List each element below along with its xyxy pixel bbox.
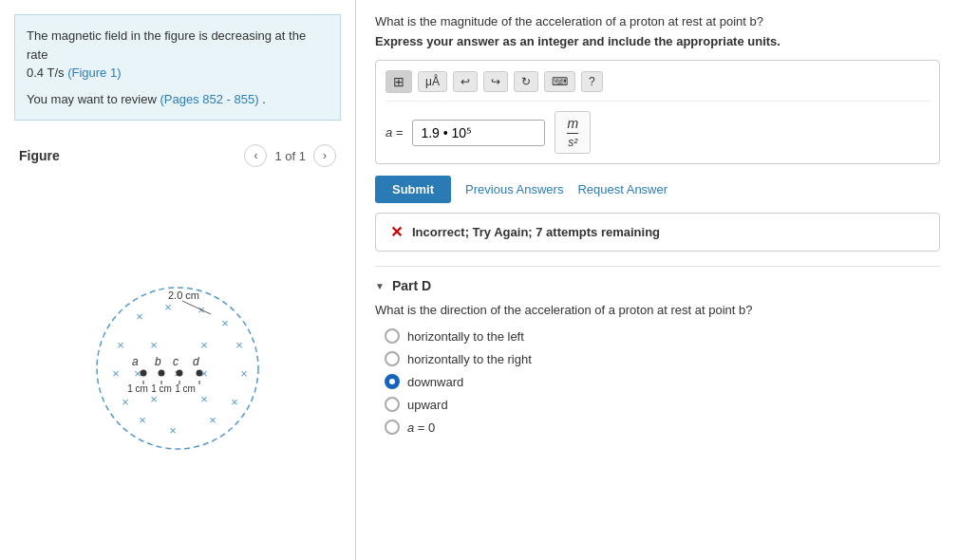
unit-numerator: m — [567, 116, 578, 134]
svg-point-21 — [177, 370, 183, 377]
svg-text:×: × — [235, 338, 243, 352]
figure-diagram: × × × × × × × × × × × × × a × b — [64, 259, 291, 468]
svg-text:×: × — [169, 423, 177, 438]
svg-text:×: × — [231, 395, 238, 409]
radio-option-5[interactable] — [385, 420, 400, 435]
svg-text:1 cm: 1 cm — [175, 383, 196, 394]
svg-text:×: × — [200, 366, 208, 381]
toolbar-units-button[interactable]: μÅ — [418, 71, 447, 92]
left-panel: The magnetic field in the figure is decr… — [0, 0, 356, 560]
list-item: downward — [385, 374, 940, 389]
question-c-line1: What is the magnitude of the acceleratio… — [375, 14, 940, 28]
radio-group: horizontally to the left horizontally to… — [375, 328, 940, 435]
svg-point-18 — [159, 370, 165, 377]
input-row: a = m s² — [385, 111, 930, 154]
svg-point-16 — [141, 370, 147, 377]
answer-input[interactable] — [412, 120, 545, 146]
svg-line-26 — [182, 301, 211, 314]
toolbar-undo-button[interactable]: ↩ — [453, 71, 478, 92]
collapse-icon[interactable]: ▼ — [375, 281, 385, 291]
toolbar-redo-button[interactable]: ↪ — [483, 71, 508, 92]
toolbar-help-button[interactable]: ? — [581, 71, 603, 92]
figure-section: Figure ‹ 1 of 1 › × × × × × × × × — [0, 135, 355, 560]
svg-text:×: × — [117, 338, 124, 352]
svg-text:×: × — [164, 300, 172, 314]
svg-text:×: × — [221, 316, 229, 330]
answer-box: ⊞ μÅ ↩ ↪ ↻ ⌨ ? a = m s² — [375, 60, 940, 164]
incorrect-icon: ✕ — [390, 223, 403, 241]
answer-label: a = — [385, 125, 403, 140]
svg-text:×: × — [136, 309, 143, 324]
figure-link[interactable]: (Figure 1) — [67, 65, 121, 80]
list-item: horizontally to the left — [385, 328, 940, 344]
figure-nav: ‹ 1 of 1 › — [244, 144, 336, 167]
unit-fraction: m s² — [555, 111, 591, 154]
pages-link[interactable]: (Pages 852 - 855) — [160, 92, 258, 106]
figure-title: Figure — [19, 148, 60, 163]
feedback-text: Incorrect; Try Again; 7 attempts remaini… — [412, 225, 660, 239]
option-4-label: upward — [407, 398, 448, 412]
submit-row: Submit Previous Answers Request Answer — [375, 176, 940, 203]
svg-text:×: × — [150, 392, 158, 406]
option-2-label: horizontally to the right — [407, 352, 532, 366]
part-d-header: ▼ Part D — [375, 278, 940, 293]
feedback-box: ✕ Incorrect; Try Again; 7 attempts remai… — [375, 213, 940, 252]
svg-text:×: × — [240, 366, 248, 381]
svg-text:×: × — [139, 413, 146, 427]
svg-text:2.0 cm: 2.0 cm — [168, 289, 199, 301]
part-d-question: What is the direction of the acceleratio… — [375, 303, 940, 317]
svg-text:×: × — [112, 366, 120, 381]
part-d-label: Part D — [392, 278, 431, 293]
request-answer-link[interactable]: Request Answer — [577, 182, 668, 196]
list-item: a = 0 — [385, 420, 940, 435]
radio-option-1[interactable] — [385, 328, 400, 344]
figure-header: Figure ‹ 1 of 1 › — [9, 144, 346, 177]
radio-option-2[interactable] — [385, 351, 400, 366]
svg-text:×: × — [200, 338, 208, 352]
info-box: The magnetic field in the figure is decr… — [14, 14, 341, 121]
list-item: horizontally to the right — [385, 351, 940, 366]
radio-option-4[interactable] — [385, 397, 400, 412]
question-c-line2: Express your answer as an integer and in… — [375, 34, 940, 48]
answer-toolbar: ⊞ μÅ ↩ ↪ ↻ ⌨ ? — [385, 70, 930, 102]
svg-text:1 cm: 1 cm — [127, 383, 148, 394]
unit-denominator: s² — [568, 134, 577, 149]
diagram-container: × × × × × × × × × × × × × a × b — [64, 177, 291, 551]
svg-text:×: × — [150, 338, 158, 352]
toolbar-keyboard-button[interactable]: ⌨ — [544, 71, 575, 92]
rate-value: 0.4 T/s — [27, 65, 65, 80]
option-1-label: horizontally to the left — [407, 329, 524, 344]
svg-text:×: × — [122, 395, 129, 409]
info-text: The magnetic field in the figure is decr… — [27, 27, 329, 83]
submit-button[interactable]: Submit — [375, 176, 451, 203]
svg-text:×: × — [200, 392, 208, 406]
next-figure-button[interactable]: › — [313, 144, 336, 167]
toolbar-refresh-button[interactable]: ↻ — [514, 71, 538, 92]
previous-answers-link[interactable]: Previous Answers — [465, 182, 563, 196]
option-5-label: a = 0 — [407, 420, 435, 435]
figure-page-label: 1 of 1 — [274, 149, 306, 163]
svg-text:×: × — [209, 413, 216, 427]
list-item: upward — [385, 397, 940, 412]
prev-figure-button[interactable]: ‹ — [244, 144, 267, 167]
svg-text:d: d — [193, 355, 199, 368]
part-d-section: ▼ Part D What is the direction of the ac… — [375, 266, 940, 435]
svg-text:b: b — [155, 355, 161, 368]
right-panel: What is the magnitude of the acceleratio… — [356, 0, 959, 560]
toolbar-grid-button[interactable]: ⊞ — [385, 70, 412, 93]
option-3-label: downward — [407, 375, 463, 389]
radio-option-3[interactable] — [385, 374, 400, 389]
